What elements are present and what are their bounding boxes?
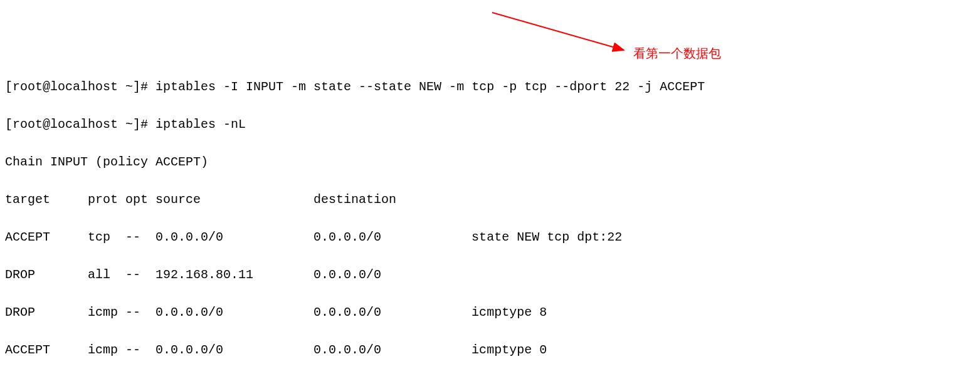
- chain-header-input: Chain INPUT (policy ACCEPT): [5, 153, 980, 172]
- rule-row: DROP icmp -- 0.0.0.0/0 0.0.0.0/0 icmptyp…: [5, 303, 980, 322]
- command-text: iptables -nL: [155, 117, 246, 132]
- terminal-line-cmd2: [root@localhost ~]# iptables -nL: [5, 115, 980, 134]
- command-text: iptables -I INPUT -m state --state NEW -…: [155, 80, 705, 94]
- shell-prompt: [root@localhost ~]#: [5, 117, 155, 132]
- terminal-line-cmd1: [root@localhost ~]# iptables -I INPUT -m…: [5, 78, 980, 96]
- rule-row: DROP all -- 192.168.80.11 0.0.0.0/0: [5, 266, 980, 284]
- rule-row: ACCEPT icmp -- 0.0.0.0/0 0.0.0.0/0 icmpt…: [5, 341, 980, 360]
- rule-row: ACCEPT tcp -- 0.0.0.0/0 0.0.0.0/0 state …: [5, 228, 980, 247]
- annotation-label: 看第一个数据包: [633, 44, 721, 63]
- column-header: target prot opt source destination: [5, 190, 980, 209]
- shell-prompt: [root@localhost ~]#: [5, 80, 155, 94]
- annotation-arrow-icon: [489, 6, 633, 56]
- svg-line-1: [492, 13, 624, 50]
